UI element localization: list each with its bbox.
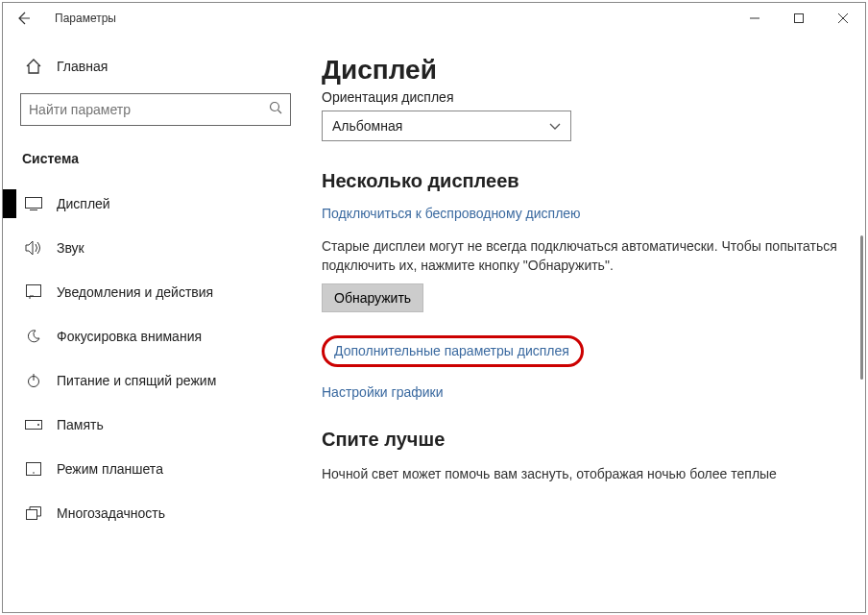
multitask-icon [24, 504, 43, 523]
arrow-left-icon [15, 11, 31, 26]
storage-icon [24, 415, 43, 434]
sidebar-nav: Дисплей Звук Уведомления и действия Фоку… [20, 182, 310, 535]
minimize-button[interactable] [733, 3, 777, 34]
maximize-button[interactable] [777, 3, 821, 34]
display-icon [24, 194, 43, 213]
svg-point-14 [33, 472, 35, 474]
page-heading: Дисплей [322, 55, 838, 86]
power-icon [24, 371, 43, 390]
search-icon [269, 101, 282, 118]
notifications-icon [24, 283, 43, 302]
home-label: Главная [57, 59, 108, 74]
svg-rect-1 [795, 14, 804, 23]
orientation-value: Альбомная [332, 118, 402, 134]
sidebar-item-label: Память [57, 417, 104, 432]
search-box[interactable] [20, 93, 291, 126]
sidebar-item-storage[interactable]: Память [20, 403, 310, 447]
sidebar-item-label: Многозадачность [57, 505, 165, 521]
svg-point-4 [271, 103, 279, 111]
sidebar-item-label: Звук [57, 240, 84, 256]
sleep-better-heading: Спите лучше [322, 429, 838, 451]
close-icon [838, 13, 848, 23]
sidebar-item-focus[interactable]: Фокусировка внимания [20, 314, 310, 358]
sidebar-item-multitask[interactable]: Многозадачность [20, 491, 310, 535]
sidebar-item-label: Дисплей [57, 196, 110, 211]
window-body: Главная Система Дисплей Звук [3, 34, 865, 612]
sound-icon [24, 238, 43, 258]
search-input[interactable] [29, 102, 269, 117]
window-controls [733, 3, 865, 34]
back-button[interactable] [3, 3, 43, 34]
sidebar-category: Система [20, 141, 310, 182]
sidebar-item-label: Уведомления и действия [57, 284, 213, 300]
svg-rect-8 [27, 285, 41, 297]
content-area: Дисплей Ориентация дисплея Альбомная Нес… [310, 34, 865, 612]
active-marker [3, 189, 16, 218]
svg-rect-15 [27, 510, 37, 520]
sidebar-item-display[interactable]: Дисплей [20, 182, 310, 226]
multiple-displays-heading: Несколько дисплеев [322, 170, 838, 192]
sleep-description: Ночной свет может помочь вам заснуть, от… [322, 464, 838, 483]
tablet-icon [24, 459, 43, 479]
close-button[interactable] [821, 3, 865, 34]
sidebar-item-label: Питание и спящий режим [57, 373, 216, 388]
svg-rect-6 [26, 198, 42, 209]
window-title: Параметры [43, 12, 116, 25]
orientation-label: Ориентация дисплея [322, 89, 838, 105]
svg-line-5 [278, 111, 282, 114]
sidebar-item-power[interactable]: Питание и спящий режим [20, 358, 310, 403]
sidebar-item-label: Фокусировка внимания [57, 329, 202, 344]
detect-button[interactable]: Обнаружить [322, 283, 423, 312]
svg-point-12 [37, 424, 39, 426]
minimize-icon [750, 13, 760, 23]
scrollbar[interactable] [860, 235, 863, 380]
wireless-display-link[interactable]: Подключиться к беспроводному дисплею [322, 206, 838, 221]
sidebar-item-label: Режим планшета [57, 461, 163, 477]
graphics-settings-link[interactable]: Настройки графики [322, 384, 838, 400]
chevron-down-icon [549, 118, 561, 134]
home-icon [24, 57, 43, 76]
advanced-display-link[interactable]: Дополнительные параметры дисплея [322, 335, 584, 367]
sidebar-item-sound[interactable]: Звук [20, 226, 310, 270]
maximize-icon [794, 13, 804, 23]
sidebar: Главная Система Дисплей Звук [3, 34, 310, 612]
focus-icon [24, 327, 43, 346]
sidebar-item-tablet[interactable]: Режим планшета [20, 447, 310, 491]
sidebar-item-notifications[interactable]: Уведомления и действия [20, 270, 310, 314]
orientation-select[interactable]: Альбомная [322, 111, 571, 141]
settings-window: Параметры Главная [2, 2, 866, 613]
home-link[interactable]: Главная [20, 51, 310, 89]
titlebar: Параметры [3, 3, 865, 34]
detect-description: Старые дисплеи могут не всегда подключат… [322, 236, 838, 276]
